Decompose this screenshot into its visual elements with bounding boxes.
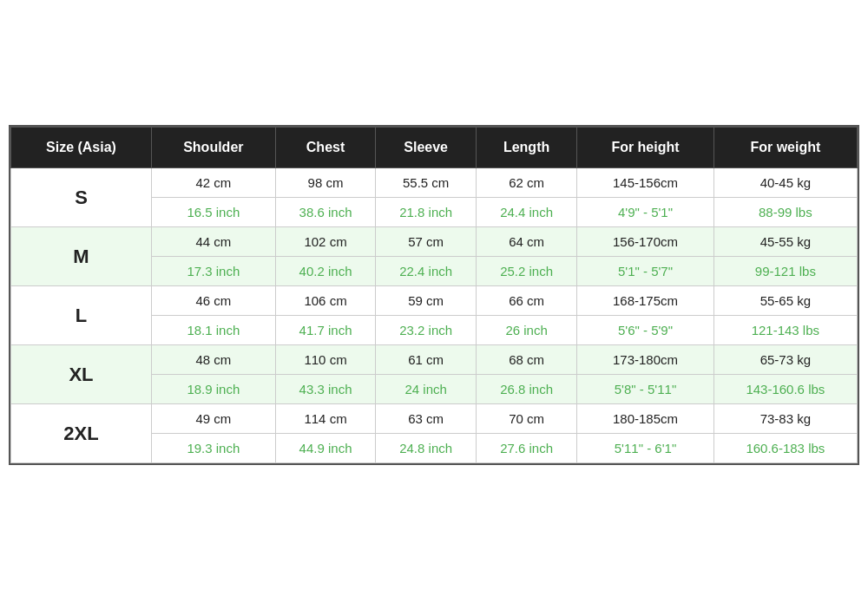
cm-row-2XL: 2XL49 cm114 cm63 cm70 cm180-185cm73-83 k… bbox=[11, 404, 858, 434]
inch-val-M-1: 40.2 inch bbox=[275, 257, 376, 286]
inch-val-M-5: 99-121 lbs bbox=[713, 257, 857, 286]
header-col-6: For weight bbox=[713, 128, 857, 168]
inch-val-L-1: 41.7 inch bbox=[275, 316, 376, 345]
cm-row-M: M44 cm102 cm57 cm64 cm156-170cm45-55 kg bbox=[11, 227, 858, 257]
header-col-2: Chest bbox=[275, 128, 376, 168]
cm-val-L-3: 66 cm bbox=[476, 286, 576, 316]
cm-val-L-4: 168-175cm bbox=[577, 286, 713, 316]
inch-val-L-2: 23.2 inch bbox=[376, 316, 477, 345]
inch-val-XL-5: 143-160.6 lbs bbox=[713, 375, 857, 404]
cm-val-2XL-0: 49 cm bbox=[151, 404, 275, 434]
header-col-1: Shoulder bbox=[151, 128, 275, 168]
size-cell-XL: XL bbox=[11, 345, 152, 404]
cm-val-M-3: 64 cm bbox=[476, 227, 576, 257]
inch-val-M-4: 5'1" - 5'7" bbox=[577, 257, 713, 286]
cm-val-2XL-5: 73-83 kg bbox=[713, 404, 857, 434]
inch-val-S-2: 21.8 inch bbox=[376, 198, 477, 227]
inch-val-S-0: 16.5 inch bbox=[151, 198, 275, 227]
cm-val-M-2: 57 cm bbox=[376, 227, 477, 257]
inch-val-S-3: 24.4 inch bbox=[476, 198, 576, 227]
inch-val-L-4: 5'6" - 5'9" bbox=[577, 316, 713, 345]
inch-val-M-3: 25.2 inch bbox=[476, 257, 576, 286]
cm-val-2XL-1: 114 cm bbox=[275, 404, 376, 434]
cm-val-S-0: 42 cm bbox=[151, 168, 275, 198]
inch-val-L-3: 26 inch bbox=[476, 316, 576, 345]
inch-val-2XL-2: 24.8 inch bbox=[376, 434, 477, 463]
cm-val-2XL-4: 180-185cm bbox=[577, 404, 713, 434]
inch-val-L-5: 121-143 lbs bbox=[713, 316, 857, 345]
cm-val-XL-2: 61 cm bbox=[376, 345, 477, 375]
cm-val-M-0: 44 cm bbox=[151, 227, 275, 257]
cm-val-L-2: 59 cm bbox=[376, 286, 477, 316]
size-chart-table: Size (Asia)ShoulderChestSleeveLengthFor … bbox=[10, 127, 858, 463]
header-col-0: Size (Asia) bbox=[11, 128, 152, 168]
cm-row-S: S42 cm98 cm55.5 cm62 cm145-156cm40-45 kg bbox=[11, 168, 858, 198]
inch-val-2XL-4: 5'11" - 6'1" bbox=[577, 434, 713, 463]
size-cell-L: L bbox=[11, 286, 152, 345]
inch-val-2XL-0: 19.3 inch bbox=[151, 434, 275, 463]
size-cell-S: S bbox=[11, 168, 152, 227]
inch-val-L-0: 18.1 inch bbox=[151, 316, 275, 345]
cm-val-XL-5: 65-73 kg bbox=[713, 345, 857, 375]
cm-val-S-3: 62 cm bbox=[476, 168, 576, 198]
inch-val-S-5: 88-99 lbs bbox=[713, 198, 857, 227]
inch-val-M-0: 17.3 inch bbox=[151, 257, 275, 286]
cm-val-M-1: 102 cm bbox=[275, 227, 376, 257]
cm-val-S-4: 145-156cm bbox=[577, 168, 713, 198]
inch-val-M-2: 22.4 inch bbox=[376, 257, 477, 286]
cm-row-L: L46 cm106 cm59 cm66 cm168-175cm55-65 kg bbox=[11, 286, 858, 316]
inch-val-2XL-5: 160.6-183 lbs bbox=[713, 434, 857, 463]
inch-val-XL-0: 18.9 inch bbox=[151, 375, 275, 404]
inch-val-XL-2: 24 inch bbox=[376, 375, 477, 404]
cm-val-XL-0: 48 cm bbox=[151, 345, 275, 375]
cm-row-XL: XL48 cm110 cm61 cm68 cm173-180cm65-73 kg bbox=[11, 345, 858, 375]
cm-val-XL-4: 173-180cm bbox=[577, 345, 713, 375]
header-row: Size (Asia)ShoulderChestSleeveLengthFor … bbox=[11, 128, 858, 168]
cm-val-M-4: 156-170cm bbox=[577, 227, 713, 257]
inch-val-XL-1: 43.3 inch bbox=[275, 375, 376, 404]
cm-val-2XL-3: 70 cm bbox=[476, 404, 576, 434]
header-col-3: Sleeve bbox=[376, 128, 477, 168]
inch-val-2XL-3: 27.6 inch bbox=[476, 434, 576, 463]
size-cell-M: M bbox=[11, 227, 152, 286]
cm-val-M-5: 45-55 kg bbox=[713, 227, 857, 257]
cm-val-2XL-2: 63 cm bbox=[376, 404, 477, 434]
inch-val-2XL-1: 44.9 inch bbox=[275, 434, 376, 463]
cm-val-L-1: 106 cm bbox=[275, 286, 376, 316]
inch-val-S-4: 4'9" - 5'1" bbox=[577, 198, 713, 227]
inch-val-XL-4: 5'8" - 5'11" bbox=[577, 375, 713, 404]
header-col-4: Length bbox=[476, 128, 576, 168]
inch-val-XL-3: 26.8 inch bbox=[476, 375, 576, 404]
cm-val-XL-1: 110 cm bbox=[275, 345, 376, 375]
header-col-5: For height bbox=[577, 128, 713, 168]
size-chart-wrapper: Size (Asia)ShoulderChestSleeveLengthFor … bbox=[9, 125, 859, 465]
cm-val-XL-3: 68 cm bbox=[476, 345, 576, 375]
cm-val-L-0: 46 cm bbox=[151, 286, 275, 316]
cm-val-L-5: 55-65 kg bbox=[713, 286, 857, 316]
inch-val-S-1: 38.6 inch bbox=[275, 198, 376, 227]
cm-val-S-5: 40-45 kg bbox=[713, 168, 857, 198]
cm-val-S-2: 55.5 cm bbox=[376, 168, 477, 198]
size-cell-2XL: 2XL bbox=[11, 404, 152, 463]
cm-val-S-1: 98 cm bbox=[275, 168, 376, 198]
